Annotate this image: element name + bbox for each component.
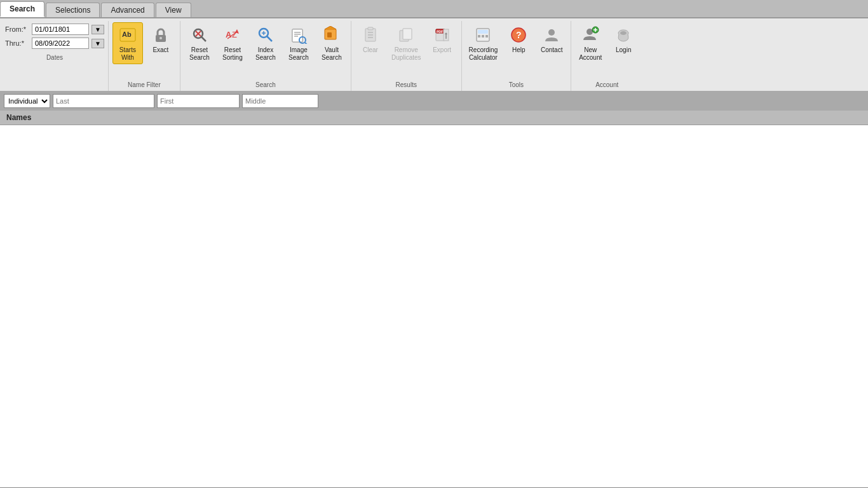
index-search-icon	[255, 25, 276, 45]
from-label: From:*	[5, 25, 29, 33]
account-group: NewAccount Login Account	[571, 21, 642, 91]
vault-search-button[interactable]: VaultSearch	[316, 22, 347, 64]
remove-duplicates-label: RemoveDuplicates	[391, 46, 421, 62]
svg-rect-37	[482, 35, 484, 37]
first-name-input[interactable]	[157, 94, 240, 108]
login-icon	[613, 25, 634, 45]
image-search-label: ImageSearch	[288, 46, 309, 62]
new-account-button[interactable]: NewAccount	[575, 22, 606, 64]
middle-name-input[interactable]	[242, 94, 318, 108]
image-search-button[interactable]: ImageSearch	[283, 22, 314, 64]
remove-duplicates-button[interactable]: RemoveDuplicates	[388, 22, 424, 64]
svg-rect-23	[368, 27, 373, 30]
reset-sorting-icon: A Z	[222, 25, 243, 45]
svg-rect-36	[478, 35, 480, 37]
search-group-label: Search	[255, 80, 276, 88]
search-toolbar: Individual Business All	[0, 92, 868, 111]
exact-icon	[151, 25, 171, 45]
dates-group-label: Dates	[5, 54, 104, 61]
results-body	[0, 125, 868, 487]
svg-point-41	[548, 29, 555, 36]
svg-rect-14	[292, 29, 302, 42]
dates-group: From:* ▼ Thru:* ▼ Dates	[1, 21, 109, 91]
tab-view[interactable]: View	[156, 3, 191, 17]
record-type-select[interactable]: Individual Business All	[4, 94, 50, 108]
help-button[interactable]: ? Help	[503, 22, 534, 57]
exact-button[interactable]: Exact	[146, 22, 176, 57]
export-label: Export	[433, 46, 451, 54]
tools-group: RecordingCalculator ? Help	[462, 21, 572, 91]
last-name-input[interactable]	[53, 94, 154, 108]
from-row: From:* ▼	[5, 24, 104, 35]
exact-label: Exact	[153, 46, 168, 54]
recording-calculator-icon	[473, 25, 493, 45]
svg-rect-38	[485, 35, 488, 37]
tab-bar: Search Selections Advanced View	[0, 0, 868, 18]
tab-advanced[interactable]: Advanced	[101, 3, 154, 17]
search-items: ResetSearch A Z ResetSorting	[184, 22, 347, 80]
tab-selections[interactable]: Selections	[46, 3, 100, 17]
starts-with-button[interactable]: Ab Starts With	[112, 22, 143, 64]
clear-button[interactable]: Clear	[355, 22, 386, 57]
export-icon: PDF	[432, 25, 452, 45]
clear-label: Clear	[363, 46, 378, 54]
account-items: NewAccount Login	[575, 22, 639, 80]
from-date-picker-btn[interactable]: ▼	[92, 25, 104, 34]
results-header: Names	[0, 111, 868, 125]
svg-text:Ab: Ab	[122, 30, 132, 38]
vault-search-label: VaultSearch	[322, 46, 342, 62]
reset-sorting-button[interactable]: A Z ResetSorting	[217, 22, 248, 64]
svg-line-10	[267, 36, 272, 41]
thru-row: Thru:* ▼	[5, 37, 104, 49]
ribbon: From:* ▼ Thru:* ▼ Dates Ab Starts With	[0, 18, 868, 92]
index-search-button[interactable]: IndexSearch	[250, 22, 281, 64]
from-date-input[interactable]	[32, 24, 89, 35]
help-icon: ?	[508, 25, 529, 45]
name-filter-group: Ab Starts With Exact Name Filter	[109, 21, 180, 91]
svg-text:PDF: PDF	[437, 30, 443, 34]
results-group-label: Results	[396, 80, 417, 88]
account-group-label: Account	[595, 80, 618, 88]
svg-line-5	[201, 37, 206, 41]
recording-calculator-label: RecordingCalculator	[469, 46, 498, 62]
login-label: Login	[616, 46, 631, 54]
export-button[interactable]: PDF Export	[427, 22, 458, 57]
results-items: Clear RemoveDuplicates PDF	[355, 22, 458, 80]
svg-rect-21	[327, 32, 332, 37]
contact-label: Contact	[541, 46, 562, 54]
tools-group-label: Tools	[509, 80, 524, 88]
thru-date-input[interactable]	[32, 37, 89, 49]
contact-button[interactable]: Contact	[536, 22, 567, 57]
reset-search-icon	[189, 25, 210, 45]
svg-rect-35	[478, 30, 488, 34]
remove-duplicates-icon	[396, 25, 416, 45]
tab-search[interactable]: Search	[0, 1, 44, 17]
thru-date-picker-btn[interactable]: ▼	[92, 39, 104, 48]
results-group: Clear RemoveDuplicates PDF	[351, 21, 462, 91]
vault-search-icon	[322, 25, 342, 45]
reset-sorting-label: ResetSorting	[222, 46, 243, 62]
new-account-icon	[580, 25, 600, 45]
clear-icon	[360, 25, 381, 45]
starts-with-icon: Ab	[118, 25, 138, 45]
svg-point-47	[620, 31, 627, 35]
recording-calculator-button[interactable]: RecordingCalculator	[466, 22, 501, 64]
results-panel: Names	[0, 111, 868, 487]
contact-icon	[541, 25, 562, 45]
tools-items: RecordingCalculator ? Help	[466, 22, 567, 80]
main-area: Names	[0, 111, 868, 487]
reset-search-button[interactable]: ResetSearch	[184, 22, 215, 64]
svg-point-3	[159, 37, 162, 39]
svg-rect-28	[403, 29, 412, 39]
index-search-label: IndexSearch	[255, 46, 276, 62]
login-button[interactable]: Login	[608, 22, 639, 57]
thru-label: Thru:*	[5, 39, 29, 47]
svg-line-19	[305, 43, 307, 44]
search-group: ResetSearch A Z ResetSorting	[180, 21, 351, 91]
image-search-icon	[288, 25, 309, 45]
svg-point-42	[587, 29, 593, 35]
starts-with-label: Starts With	[119, 46, 136, 62]
reset-search-label: ResetSearch	[189, 46, 210, 62]
svg-text:?: ?	[516, 30, 522, 40]
new-account-label: NewAccount	[579, 46, 602, 62]
